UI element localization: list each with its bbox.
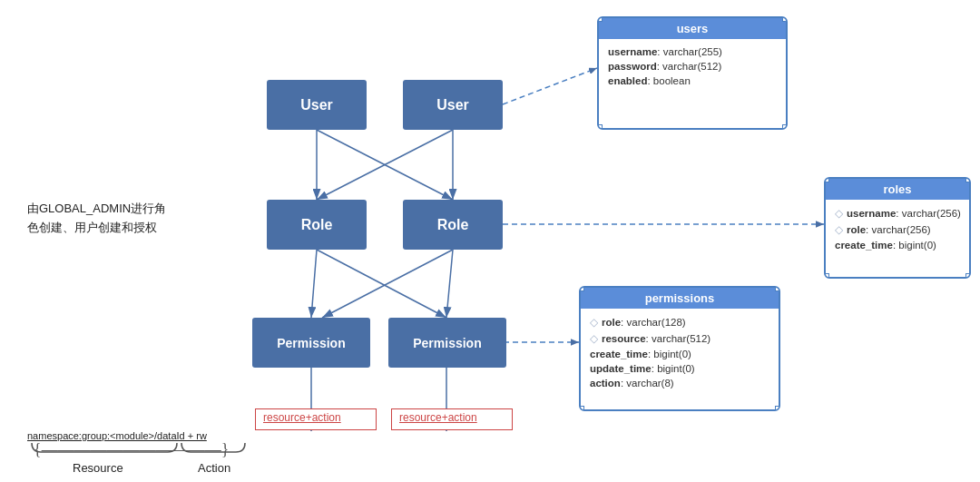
user1-box: User bbox=[267, 80, 367, 130]
brace-svg bbox=[27, 438, 272, 466]
permissions-row-action: action: varchar(8) bbox=[590, 376, 769, 390]
permissions-row-create-time: create_time: bigint(0) bbox=[590, 347, 769, 361]
roles-table-header: roles bbox=[826, 179, 969, 200]
roles-row-role: ◇role: varchar(256) bbox=[835, 221, 960, 238]
role1-box: Role bbox=[267, 200, 367, 250]
users-table-card: users username: varchar(255) password: v… bbox=[597, 16, 788, 130]
side-description: 由GLOBAL_ADMIN进行角色创建、用户创建和授权 bbox=[27, 200, 168, 238]
users-row-enabled: enabled: boolean bbox=[608, 74, 777, 88]
users-row-username: username: varchar(255) bbox=[608, 44, 777, 59]
users-row-password: password: varchar(512) bbox=[608, 59, 777, 74]
permissions-row-role: ◇role: varchar(128) bbox=[590, 314, 769, 330]
permissions-row-update-time: update_time: bigint(0) bbox=[590, 361, 769, 376]
roles-row-create-time: create_time: bigint(0) bbox=[835, 238, 960, 252]
perm2-box: Permission bbox=[388, 318, 506, 368]
user2-box: User bbox=[403, 80, 503, 130]
users-table-body: username: varchar(255) password: varchar… bbox=[599, 39, 786, 93]
permissions-table-card: permissions ◇role: varchar(128) ◇resourc… bbox=[579, 286, 780, 411]
roles-table-body: ◇username: varchar(256) ◇role: varchar(2… bbox=[826, 200, 969, 258]
resource-action-box-1: resource+action bbox=[255, 408, 377, 430]
diagram-container: User User Role Role Permission Permissio… bbox=[0, 0, 980, 482]
perm1-box: Permission bbox=[252, 318, 370, 368]
svg-line-12 bbox=[503, 68, 597, 104]
role2-box: Role bbox=[403, 200, 503, 250]
svg-line-3 bbox=[317, 130, 453, 200]
roles-row-username: ◇username: varchar(256) bbox=[835, 205, 960, 221]
permissions-table-body: ◇role: varchar(128) ◇resource: varchar(5… bbox=[581, 309, 779, 396]
roles-table-card: roles ◇username: varchar(256) ◇role: var… bbox=[824, 177, 971, 279]
svg-line-8 bbox=[322, 250, 453, 318]
permissions-table-header: permissions bbox=[581, 288, 779, 309]
resource-action-box-2: resource+action bbox=[391, 408, 513, 430]
permissions-row-resource: ◇resource: varchar(512) bbox=[590, 330, 769, 347]
svg-line-4 bbox=[317, 130, 453, 200]
svg-line-9 bbox=[446, 250, 453, 318]
svg-line-6 bbox=[311, 250, 317, 318]
users-table-header: users bbox=[599, 18, 786, 39]
svg-line-7 bbox=[317, 250, 446, 318]
